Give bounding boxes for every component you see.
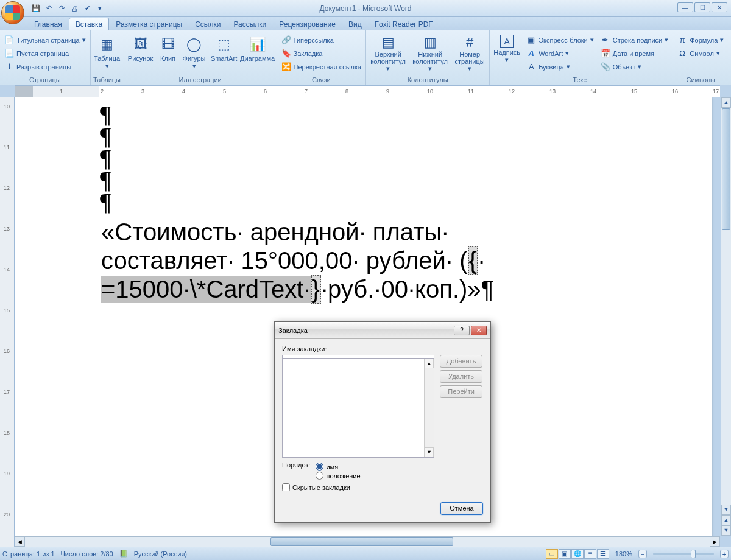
cancel-button[interactable]: Отмена: [440, 502, 483, 515]
office-button[interactable]: [1, 1, 24, 24]
delete-button[interactable]: Удалить: [440, 370, 482, 383]
dialog-title: Закладка: [278, 327, 453, 334]
list-scroll-down[interactable]: ▼: [425, 447, 434, 457]
hidden-bookmarks-checkbox[interactable]: Скрытые закладки: [282, 483, 483, 491]
order-label: Порядок:: [282, 461, 310, 469]
bookmark-dialog: Закладка ? ✕ ИИмя закладки:мя закладки: …: [274, 321, 491, 523]
list-scrollbar[interactable]: ▲ ▼: [424, 359, 434, 457]
bookmark-name-label: ИИмя закладки:мя закладки:: [282, 345, 483, 352]
order-position-radio[interactable]: положение: [316, 472, 360, 480]
dialog-titlebar[interactable]: Закладка ? ✕: [275, 322, 490, 339]
dialog-help-button[interactable]: ?: [454, 326, 470, 335]
order-name-radio[interactable]: имя: [316, 463, 360, 471]
add-button[interactable]: Добавить: [440, 355, 482, 368]
dialog-close-button[interactable]: ✕: [471, 326, 487, 335]
bookmark-list[interactable]: ▲ ▼: [282, 358, 434, 458]
modal-overlay: Закладка ? ✕ ИИмя закладки:мя закладки: …: [0, 0, 731, 560]
list-scroll-up[interactable]: ▲: [425, 359, 434, 368]
goto-button[interactable]: Перейти: [440, 385, 482, 398]
